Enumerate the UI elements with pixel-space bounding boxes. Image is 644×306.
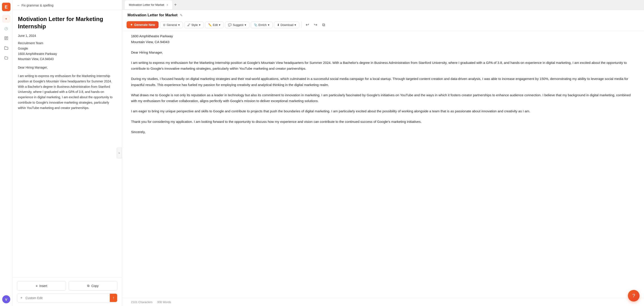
edit-icon: ✎ (180, 13, 183, 17)
recipient-line2: Google (18, 47, 28, 50)
back-button[interactable]: ← Fix grammar & spelling (17, 3, 54, 7)
general-chevron-icon: ▾ (178, 23, 180, 26)
doc-content: 1600 Amphitheatre Parkway Mountain View,… (122, 31, 644, 298)
download-label: Download (281, 23, 294, 26)
custom-edit-send-button[interactable]: ↑ (110, 294, 117, 302)
user-avatar[interactable]: V (2, 295, 10, 303)
doc-paragraph1: I am writing to express my enthusiasm fo… (131, 60, 635, 72)
support-icon: ? (632, 293, 635, 299)
tab-title: Motivation Letter for Market (129, 3, 164, 6)
folder2-icon (4, 56, 8, 60)
custom-edit-input[interactable] (26, 294, 110, 302)
recipient-line4: Mountain View, CA 94043 (18, 57, 54, 61)
doc-greeting: Dear Hiring Manager, (131, 50, 635, 55)
main-panel: Motivation Letter for Market × + Motivat… (122, 0, 644, 306)
sidebar-item-magic[interactable]: ✦ (2, 15, 10, 23)
doc-footer: 2101 Characters 308 Words (122, 298, 644, 306)
toolbar: ✦ Generate New ⊙ General ▾ 🖊 Style ▾ ✏️ … (122, 19, 644, 31)
enrich-chevron-icon: ▾ (268, 23, 270, 26)
enrich-button[interactable]: 📎 Enrich ▾ (251, 21, 272, 28)
left-panel-header: ← Fix grammar & spelling (12, 0, 122, 10)
sidebar-item-folder1[interactable] (2, 44, 10, 52)
generate-label: Generate New (134, 23, 155, 26)
edit-tool-icon: ✏️ (208, 23, 212, 26)
insert-icon: ≡ (36, 284, 38, 288)
redo-button[interactable]: ↪ (312, 21, 319, 28)
doc-paragraph3: What draws me to Google is not only its … (131, 92, 635, 104)
style-label: Style (192, 23, 198, 26)
doc-recipient: Recruitment Team Google 1600 Amphitheatr… (18, 41, 116, 62)
redo-icon: ↪ (314, 22, 317, 27)
sidebar-item-history[interactable]: 🕐 (2, 24, 10, 33)
address-line1: 1600 Amphitheatre Parkway (131, 34, 173, 38)
suggest-label: Suggest (233, 23, 244, 26)
download-icon: ⬇ (277, 23, 280, 26)
generate-new-button[interactable]: ✦ Generate New (126, 21, 158, 28)
tab-add-button[interactable]: + (172, 1, 178, 8)
edit-label: Edit (213, 23, 218, 26)
address-line2: Mountain View, CA 94043 (131, 40, 170, 44)
doc-edit-icon-button[interactable]: ✎ (180, 13, 183, 17)
toolbar-copy-button[interactable]: ⧉ (320, 21, 327, 28)
toolbar-copy-icon: ⧉ (322, 22, 325, 27)
tab-close-button[interactable]: × (166, 3, 168, 7)
style-icon: 🖊 (188, 23, 190, 26)
double-arrow-icon: » (118, 151, 120, 155)
custom-edit-row: ✦ ↑ (17, 293, 118, 303)
left-panel-content: Motivation Letter for Marketing Internsh… (12, 10, 122, 277)
general-button[interactable]: ⊙ General ▾ (160, 21, 183, 28)
back-label: Fix grammar & spelling (22, 3, 54, 7)
tab-motivation-letter[interactable]: Motivation Letter for Market × (125, 0, 172, 9)
tab-bar: Motivation Letter for Market × + (122, 0, 644, 10)
documents-icon (4, 36, 8, 41)
generate-icon: ✦ (130, 23, 133, 26)
folder1-icon (4, 46, 8, 51)
insert-label: Insert (39, 284, 47, 288)
support-button[interactable]: ? (628, 290, 640, 302)
word-count: 308 Words (157, 301, 171, 304)
toolbar-separator (302, 22, 302, 28)
close-icon: × (166, 3, 168, 7)
insert-button[interactable]: ≡ Insert (17, 281, 66, 291)
send-icon: ↑ (112, 296, 114, 300)
scroll-indicator[interactable]: » (116, 148, 122, 158)
doc-paragraph5: Thank you for considering my application… (131, 119, 635, 125)
doc-paragraph2: During my studies, I focused heavily on … (131, 76, 635, 88)
para1-preview: I am writing to express my enthusiasm fo… (18, 73, 116, 111)
greeting-preview: Dear Hiring Manager, (18, 65, 116, 70)
sidebar-item-documents[interactable] (2, 34, 10, 42)
doc-address: 1600 Amphitheatre Parkway Mountain View,… (131, 33, 635, 45)
suggest-icon: 💬 (228, 23, 232, 26)
app-logo: E (2, 3, 10, 11)
download-button[interactable]: ⬇ Download ▾ (274, 21, 300, 28)
suggest-button[interactable]: 💬 Suggest ▾ (225, 21, 249, 28)
doc-title: Motivation Letter for Marketing Internsh… (18, 15, 116, 30)
left-panel-actions: ≡ Insert ⧉ Copy ✦ ↑ (12, 277, 122, 306)
doc-name-row: Motivation Letter for Market ✎ (122, 10, 644, 19)
copy-icon: ⧉ (87, 284, 90, 288)
recipient-line1: Recruitment Team (18, 41, 43, 45)
back-arrow-icon: ← (17, 3, 20, 7)
magic-wand-icon: ✦ (5, 17, 8, 20)
doc-name-text: Motivation Letter for Market (128, 13, 178, 17)
custom-edit-icon: ✦ (17, 294, 26, 302)
general-label: General (166, 23, 177, 26)
char-count: 2101 Characters (131, 301, 152, 304)
general-icon: ⊙ (163, 23, 166, 26)
style-chevron-icon: ▾ (199, 23, 200, 26)
edit-chevron-icon: ▾ (219, 23, 220, 26)
recipient-line3: 1600 Amphitheatre Parkway (18, 52, 57, 56)
sidebar: E ✦ 🕐 V (0, 0, 12, 306)
doc-paragraph4: I am eager to bring my unique perspectiv… (131, 108, 635, 114)
left-panel: ← Fix grammar & spelling Motivation Lett… (12, 0, 122, 306)
undo-button[interactable]: ↩ (304, 21, 311, 28)
doc-closing: Sincerely, (131, 129, 635, 135)
add-tab-icon: + (174, 2, 177, 7)
copy-button[interactable]: ⧉ Copy (69, 281, 118, 291)
doc-date: June 1, 2024 (18, 34, 116, 37)
edit-button[interactable]: ✏️ Edit ▾ (205, 21, 224, 28)
history-icon: 🕐 (4, 27, 8, 30)
sidebar-item-folder2[interactable] (2, 54, 10, 62)
style-button[interactable]: 🖊 Style ▾ (184, 21, 204, 28)
download-chevron-icon: ▾ (294, 23, 296, 26)
